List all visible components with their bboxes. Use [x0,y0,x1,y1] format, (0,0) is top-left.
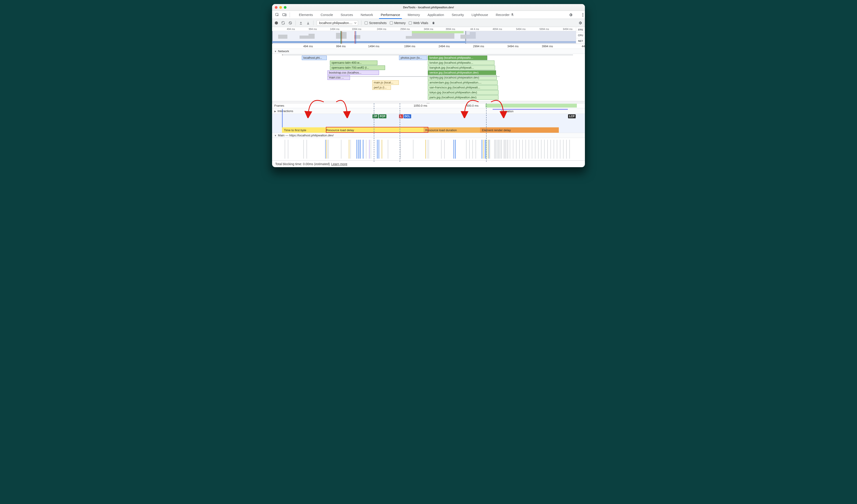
timings-track[interactable]: FPFCPLDCLLCP Time to first byteResource … [272,114,585,133]
highlight-box [326,127,428,133]
lcp-render: Element render delay [480,127,559,133]
overview-cpu: CPU [576,33,585,38]
learn-more-link[interactable]: Learn more [331,162,348,166]
frames-track[interactable]: Frames 1050.0 ms500.0 ms [272,103,585,108]
tab-sources[interactable]: Sources [340,11,354,19]
network-request[interactable]: london.jpg (localhost.philipwalto... [428,61,494,65]
network-request[interactable]: bangkok.jpg (localhost.philipwalt... [428,66,495,70]
device-toolbar-icon[interactable] [283,13,286,17]
svg-point-3 [583,13,583,14]
record-button[interactable] [275,21,278,24]
screenshots-checkbox[interactable]: Screenshots [365,21,387,25]
settings-icon[interactable] [569,13,573,17]
network-request[interactable]: paris.jpg (localhost.philipwalton.dev) [428,95,499,100]
network-request[interactable]: amsterdam.jpg (localhost.philipwalton...… [428,80,498,85]
perf-toolbar: localhost.philipwalton.... Screenshots M… [272,19,585,27]
clear-icon[interactable] [288,21,292,25]
panel-settings-icon[interactable] [578,21,582,25]
status-bar: Total blocking time: 0.00ms (estimated) … [272,161,585,167]
inspect-icon[interactable] [275,13,279,17]
network-request[interactable]: bootstrap.css (localhos... [327,70,379,75]
svg-rect-2 [285,14,286,16]
svg-point-5 [583,16,583,17]
dcl-badge[interactable]: DCL [404,114,411,118]
fcp-badge[interactable]: FCP [379,114,386,118]
network-request[interactable]: opensans-latin-700.woff2 (l... [330,66,385,70]
interactions-section[interactable]: Interactions Animation [272,108,585,114]
tab-lighthouse[interactable]: Lighthouse [471,11,488,19]
network-request[interactable]: main.js (local... [372,80,399,85]
network-request[interactable]: tokyo.jpg (localhost.philipwalton.dev) [428,90,499,95]
network-section-header[interactable]: Network [272,49,585,54]
more-icon[interactable] [581,13,585,17]
lcp-ttfb: Time to first byte [282,127,324,133]
tab-application[interactable]: Application [427,11,444,19]
upload-icon[interactable] [299,21,303,25]
timeline-ruler[interactable]: 494 ms994 ms1494 ms1994 ms2494 ms2994 ms… [272,44,585,49]
tbt-text: Total blocking time: 0.00ms (estimated) [275,162,330,166]
timeline-panel[interactable]: 494 ms994 ms1494 ms1994 ms2494 ms2994 ms… [272,44,585,161]
tab-recorder[interactable]: Recorder ⚗ [495,11,514,19]
tab-performance[interactable]: Performance [380,11,401,19]
network-request[interactable]: photos.json (lo... [399,55,427,60]
tab-elements[interactable]: Elements [299,11,314,19]
overview-net: NET [576,38,585,44]
network-request[interactable]: san-francisco.jpg (localhost.philipwalt.… [428,85,498,90]
recording-selector[interactable]: localhost.philipwalton.... [317,20,358,26]
webvitals-checkbox[interactable]: Web Vitals [409,21,428,25]
trash-icon[interactable] [432,21,436,25]
lcp-res_dur: Resource load duration [423,127,480,133]
memory-checkbox[interactable]: Memory [390,21,406,25]
svg-rect-1 [283,14,285,16]
resize-grip[interactable] [272,101,585,103]
tab-memory[interactable]: Memory [407,11,420,19]
download-icon[interactable] [306,21,310,25]
network-lane[interactable]: localhost.phi...opensans-latin-400.w...o… [272,54,585,101]
network-request[interactable]: london.jpg (localhost.philipwalto... [428,55,487,60]
reload-icon[interactable] [281,21,285,25]
network-request[interactable]: sydney.jpg (localhost.philipwalton.dev) [428,75,497,80]
overview-fps: FPS [576,27,585,33]
title-bar: DevTools - localhost.philipwalton.dev/ [272,4,585,11]
overview-ruler[interactable]: 494 ms994 ms1494 ms1994 ms2494 ms2994 ms… [272,27,585,44]
lcp-badge[interactable]: LCP [568,114,576,118]
fp-badge[interactable]: FP [372,114,378,118]
main-thread-header[interactable]: Main — https://localhost.philipwalton.de… [272,133,585,138]
window-title: DevTools - localhost.philipwalton.dev/ [272,6,585,9]
network-request[interactable]: localhost.phi... [302,55,327,60]
tab-security[interactable]: Security [451,11,464,19]
devtools-window: DevTools - localhost.philipwalton.dev/ E… [272,4,585,167]
network-request[interactable]: opensans-latin-400.w... [330,61,377,65]
devtools-tabs: ElementsConsoleSourcesNetworkPerformance… [272,11,585,19]
network-request[interactable]: perf.js (l... [372,85,391,90]
main-thread-track[interactable] [272,138,585,161]
network-request[interactable]: main.css ... [327,75,350,80]
svg-point-4 [583,14,583,15]
network-request[interactable]: venice.jpg (localhost.philipwalton.dev) [428,70,496,75]
tab-network[interactable]: Network [360,11,374,19]
tab-console[interactable]: Console [320,11,334,19]
